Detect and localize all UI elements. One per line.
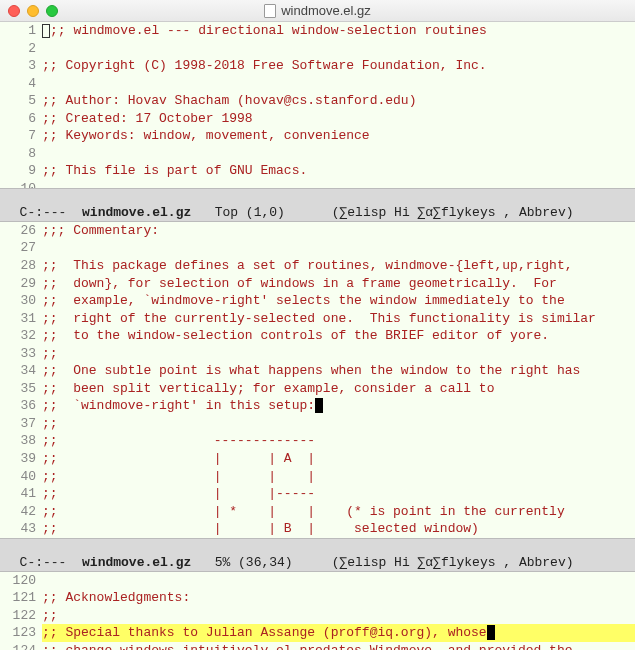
code-line[interactable]: 27 (0, 239, 635, 257)
line-number: 41 (0, 485, 42, 503)
code-line[interactable]: 39;; | | A | (0, 450, 635, 468)
code-text: ;; Acknowledgments: (42, 589, 635, 607)
code-text: ;; (42, 345, 635, 363)
code-line[interactable]: 121;; Acknowledgments: (0, 589, 635, 607)
code-text: ;; right of the currently-selected one. … (42, 310, 635, 328)
modeline-modes: (∑elisp Hi ∑α∑flykeys , Abbrev) (332, 205, 574, 220)
line-number: 31 (0, 310, 42, 328)
line-number: 1 (0, 22, 42, 40)
code-text: ;; windmove.el --- directional window-se… (42, 22, 635, 40)
modeline-middle[interactable]: C-:--- windmove.el.gz 5% (36,34) (∑elisp… (0, 538, 635, 572)
code-line[interactable]: 10 (0, 180, 635, 188)
code-line[interactable]: 6;; Created: 17 October 1998 (0, 110, 635, 128)
code-text (42, 239, 635, 257)
line-number: 38 (0, 432, 42, 450)
modeline-state: C-:--- (20, 205, 82, 220)
modeline-state: C-:--- (20, 555, 82, 570)
code-line[interactable]: 123;; Special thanks to Julian Assange (… (0, 624, 635, 642)
line-number: 30 (0, 292, 42, 310)
code-line[interactable]: 35;; been split vertically; for example,… (0, 380, 635, 398)
window-controls (8, 5, 58, 17)
code-text (42, 572, 635, 590)
code-line[interactable]: 120 (0, 572, 635, 590)
code-line[interactable]: 26;;; Commentary: (0, 222, 635, 240)
modeline-modes: (∑elisp Hi ∑α∑flykeys , Abbrev) (332, 555, 574, 570)
code-line[interactable]: 30;; example, `windmove-right' selects t… (0, 292, 635, 310)
code-text: ;; example, `windmove-right' selects the… (42, 292, 635, 310)
line-number: 5 (0, 92, 42, 110)
code-line[interactable]: 32;; to the window-selection controls of… (0, 327, 635, 345)
code-line[interactable]: 29;; down}, for selection of windows in … (0, 275, 635, 293)
code-line[interactable]: 7;; Keywords: window, movement, convenie… (0, 127, 635, 145)
line-number: 4 (0, 75, 42, 93)
code-line[interactable]: 33;; (0, 345, 635, 363)
code-line[interactable]: 43;; | | B | selected window) (0, 520, 635, 538)
modeline-position: 5% (36,34) (191, 555, 331, 570)
code-text: ;; Created: 17 October 1998 (42, 110, 635, 128)
window-title-wrap: windmove.el.gz (264, 3, 371, 18)
code-text: ;; change-windows-intuitively.el predate… (42, 642, 635, 650)
code-text: ;;; Commentary: (42, 222, 635, 240)
code-text: ;; This package defines a set of routine… (42, 257, 635, 275)
code-text: ;; to the window-selection controls of t… (42, 327, 635, 345)
code-text: ;; been split vertically; for example, c… (42, 380, 635, 398)
code-line[interactable]: 4 (0, 75, 635, 93)
line-number: 120 (0, 572, 42, 590)
code-line[interactable]: 28;; This package defines a set of routi… (0, 257, 635, 275)
buffer-top[interactable]: 1;; windmove.el --- directional window-s… (0, 22, 635, 188)
code-line[interactable]: 38;; ------------- (0, 432, 635, 450)
line-number: 28 (0, 257, 42, 275)
code-line[interactable]: 124;; change-windows-intuitively.el pred… (0, 642, 635, 650)
buffer-middle[interactable]: 26;;; Commentary:2728;; This package def… (0, 222, 635, 538)
line-number: 3 (0, 57, 42, 75)
code-line[interactable]: 36;; `windmove-right' in this setup: (0, 397, 635, 415)
line-number: 124 (0, 642, 42, 650)
code-line[interactable]: 9;; This file is part of GNU Emacs. (0, 162, 635, 180)
code-text: ;; | * | | (* is point in the currently (42, 503, 635, 521)
line-number: 122 (0, 607, 42, 625)
line-number: 26 (0, 222, 42, 240)
code-line[interactable]: 2 (0, 40, 635, 58)
code-text: ;; Keywords: window, movement, convenien… (42, 127, 635, 145)
code-text: ;; | |----- (42, 485, 635, 503)
code-text: ;; | | | (42, 468, 635, 486)
code-text: ;; | | B | selected window) (42, 520, 635, 538)
code-text (42, 75, 635, 93)
code-line[interactable]: 3;; Copyright (C) 1998-2018 Free Softwar… (0, 57, 635, 75)
modeline-filename: windmove.el.gz (82, 555, 191, 570)
line-number: 27 (0, 239, 42, 257)
cursor-box-icon (42, 24, 50, 38)
modeline-position: Top (1,0) (191, 205, 331, 220)
line-number: 42 (0, 503, 42, 521)
line-number: 35 (0, 380, 42, 398)
code-text (42, 145, 635, 163)
code-line[interactable]: 41;; | |----- (0, 485, 635, 503)
code-line[interactable]: 8 (0, 145, 635, 163)
modeline-filename: windmove.el.gz (82, 205, 191, 220)
code-line[interactable]: 37;; (0, 415, 635, 433)
line-number: 37 (0, 415, 42, 433)
titlebar[interactable]: windmove.el.gz (0, 0, 635, 22)
code-line[interactable]: 40;; | | | (0, 468, 635, 486)
code-line[interactable]: 31;; right of the currently-selected one… (0, 310, 635, 328)
code-text: ;; This file is part of GNU Emacs. (42, 162, 635, 180)
line-number: 121 (0, 589, 42, 607)
line-number: 9 (0, 162, 42, 180)
minimize-icon[interactable] (27, 5, 39, 17)
zoom-icon[interactable] (46, 5, 58, 17)
code-text: ;; down}, for selection of windows in a … (42, 275, 635, 293)
code-text: ;; Special thanks to Julian Assange (pro… (42, 624, 635, 642)
modeline-top[interactable]: C-:--- windmove.el.gz Top (1,0) (∑elisp … (0, 188, 635, 222)
buffer-bottom[interactable]: 120121;; Acknowledgments:122;;123;; Spec… (0, 572, 635, 650)
document-icon (264, 4, 276, 18)
code-text: ;; Author: Hovav Shacham (hovav@cs.stanf… (42, 92, 635, 110)
code-text: ;; ------------- (42, 432, 635, 450)
close-icon[interactable] (8, 5, 20, 17)
code-line[interactable]: 42;; | * | | (* is point in the currentl… (0, 503, 635, 521)
code-line[interactable]: 5;; Author: Hovav Shacham (hovav@cs.stan… (0, 92, 635, 110)
code-line[interactable]: 122;; (0, 607, 635, 625)
code-text: ;; Copyright (C) 1998-2018 Free Software… (42, 57, 635, 75)
line-number: 123 (0, 624, 42, 642)
code-line[interactable]: 34;; One subtle point is what happens wh… (0, 362, 635, 380)
code-line[interactable]: 1;; windmove.el --- directional window-s… (0, 22, 635, 40)
